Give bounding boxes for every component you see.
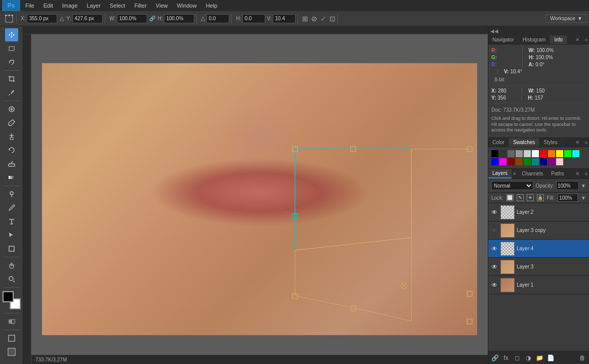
hskew-input[interactable] (242, 14, 265, 23)
swatch-light-gray[interactable] (516, 150, 523, 157)
eraser-tool[interactable] (5, 157, 18, 170)
layer-visibility-layer3[interactable]: 👁 (490, 263, 498, 271)
link-layers-btn[interactable]: 🔗 (490, 353, 499, 362)
swatch-black[interactable] (491, 150, 498, 157)
lock-transparent-btn[interactable]: ⬜ (507, 194, 514, 201)
x-input[interactable] (27, 14, 57, 23)
color-panel-menu-icon[interactable]: ≡ (583, 140, 589, 145)
swatch-brown[interactable] (516, 158, 523, 165)
menu-edit[interactable]: Edit (39, 2, 57, 10)
tab-layers[interactable]: Layers (488, 169, 512, 178)
menu-help[interactable]: Help (202, 2, 222, 10)
vskew-input[interactable] (273, 14, 296, 23)
marquee-rect-tool[interactable] (5, 42, 18, 55)
screen-mode2-btn[interactable] (5, 345, 18, 358)
menu-window[interactable]: Window (173, 2, 201, 10)
pen-tool[interactable] (5, 201, 18, 214)
layer-visibility-layer1[interactable]: 👁 (490, 281, 498, 289)
lock-all-btn[interactable]: 🔒 (537, 194, 544, 201)
info-panel-close[interactable]: ✕ (572, 36, 582, 43)
menu-filter[interactable]: Filter (130, 2, 150, 10)
swatch-magenta[interactable] (499, 158, 507, 165)
eyedropper-tool[interactable] (5, 86, 18, 99)
layers-panel-menu-icon[interactable]: ≡ (583, 171, 589, 176)
tab-channels[interactable]: Channels (518, 169, 547, 178)
swatch-green[interactable] (564, 150, 571, 157)
collapse-left-icon[interactable]: ◀◀ (490, 28, 498, 34)
layer-visibility-layer4[interactable]: 👁 (490, 245, 498, 253)
warp-icon[interactable]: ⊞ (302, 15, 308, 23)
swatch-lighter-gray[interactable] (524, 150, 531, 157)
swatch-yellow[interactable] (556, 150, 563, 157)
tab-color[interactable]: Color (488, 138, 509, 147)
tab-swatches[interactable]: Swatches (509, 138, 539, 147)
new-group-btn[interactable]: 📁 (535, 353, 544, 362)
shape-tool[interactable] (5, 242, 18, 255)
swatch-purple[interactable] (548, 158, 555, 165)
swatch-blue[interactable] (491, 158, 498, 165)
menu-view[interactable]: View (152, 2, 172, 10)
new-layer-btn[interactable]: 📄 (546, 353, 555, 362)
history-brush-tool[interactable] (5, 144, 18, 157)
tab-info[interactable]: Info (550, 35, 567, 44)
w-input[interactable] (117, 14, 147, 23)
hand-tool[interactable] (5, 259, 18, 272)
lasso-tool[interactable] (5, 56, 18, 69)
workspace-button[interactable]: Workspace ▼ (545, 14, 587, 23)
path-select-tool[interactable] (5, 229, 18, 242)
y-input[interactable] (72, 14, 103, 23)
screen-mode-btn[interactable] (5, 332, 18, 345)
angle-input[interactable] (206, 14, 229, 23)
opacity-input[interactable] (556, 181, 579, 190)
brush-tool[interactable] (5, 116, 18, 129)
swatch-dark-gray[interactable] (499, 150, 507, 157)
dodge-tool[interactable] (5, 188, 18, 201)
menu-select[interactable]: Select (106, 2, 130, 10)
lock-image-btn[interactable]: ✎ (517, 194, 524, 201)
commit-transform-icon[interactable]: ✓ (320, 15, 326, 23)
panel-menu-icon[interactable]: ≡ (583, 37, 589, 42)
swatch-pink[interactable] (556, 158, 563, 165)
blend-mode-select[interactable]: Normal (491, 181, 533, 190)
swatch-red[interactable] (540, 150, 547, 157)
cancel-transform-icon[interactable]: ⊘ (311, 15, 317, 23)
layer-mask-btn[interactable]: ◻ (513, 353, 522, 362)
clone-stamp-tool[interactable] (5, 130, 18, 143)
layer-style-btn[interactable]: fx (501, 353, 511, 362)
swatch-dark-green[interactable] (524, 158, 531, 165)
gradient-tool[interactable] (5, 171, 18, 184)
layer-visibility-layer2[interactable]: 👁 (490, 208, 498, 216)
swatch-cyan[interactable] (572, 150, 579, 157)
tab-paths[interactable]: Paths (547, 169, 568, 178)
layer-item-layer4[interactable]: 👁 Layer 4 (488, 240, 589, 258)
layer-item-layer3copy[interactable]: 👁 Layer 3 copy (488, 221, 589, 240)
foreground-color[interactable] (3, 291, 14, 302)
zoom-tool[interactable] (5, 272, 18, 286)
menu-image[interactable]: Image (58, 2, 82, 10)
swatch-gray[interactable] (508, 150, 515, 157)
color-panel-close[interactable]: ✕ (572, 139, 582, 146)
layer-visibility-layer3copy[interactable]: 👁 (490, 226, 498, 235)
tab-navigator[interactable]: Navigator (488, 35, 519, 44)
layer-item-layer2[interactable]: 👁 Layer 2 (488, 203, 589, 221)
h-input[interactable] (164, 14, 194, 23)
tab-styles[interactable]: Styles (539, 138, 562, 147)
text-tool[interactable] (5, 215, 18, 228)
layer-item-layer3[interactable]: 👁 Layer 3 (488, 258, 589, 276)
swatch-orange[interactable] (548, 150, 555, 157)
swatch-dark-red[interactable] (508, 158, 515, 165)
swatch-teal[interactable] (532, 158, 539, 165)
tab-histogram[interactable]: Histogram (519, 35, 551, 44)
move-tool[interactable] (5, 28, 18, 41)
extra-icon[interactable]: ⊡ (329, 15, 335, 23)
healing-brush-tool[interactable] (5, 103, 18, 116)
opacity-arrow[interactable]: ▼ (581, 183, 586, 189)
crop-tool[interactable] (5, 72, 18, 85)
menu-file[interactable]: File (21, 2, 38, 10)
delete-layer-btn[interactable]: 🗑 (578, 353, 587, 362)
layers-tab-close[interactable]: ✕ (512, 170, 518, 178)
fill-input[interactable] (558, 194, 578, 202)
menu-layer[interactable]: Layer (82, 2, 105, 10)
adjustment-layer-btn[interactable]: ◑ (524, 353, 533, 362)
swatch-white[interactable] (532, 150, 539, 157)
